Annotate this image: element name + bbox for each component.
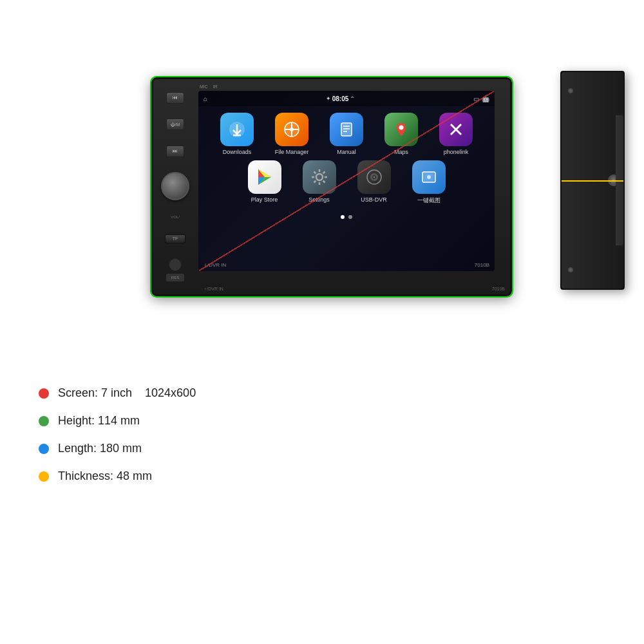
- playstore-svg: [254, 167, 275, 187]
- svg-point-10: [399, 126, 404, 130]
- bottom-dvr-label: ♀/DVR IN: [204, 287, 223, 291]
- status-bar: ⌂ ✦ 08:05 ⌃ ▭ 🤖: [198, 91, 495, 106]
- status-right: ▭ 🤖: [473, 95, 489, 102]
- spec-row-height: Height: 114 mm: [39, 414, 605, 428]
- app-maps[interactable]: Maps: [379, 113, 424, 155]
- stereo-unit: MIC IR ⏮ ⏻/M ⏭ VOL/ TF RES: [151, 77, 512, 296]
- downloads-icon-img: [220, 113, 254, 146]
- pagination-dots: [198, 215, 495, 219]
- manual-label: Manual: [337, 149, 356, 155]
- spec-text-length: Length: 180 mm: [58, 442, 142, 455]
- filemanager-svg: [283, 120, 301, 138]
- model-label: 7010B: [475, 262, 489, 268]
- window-icon: ▭: [473, 95, 479, 102]
- stereo-bottom-label: ♀/DVR IN 7010B: [198, 287, 510, 291]
- dot-2: [348, 215, 352, 219]
- spec-dot-length: [39, 444, 49, 454]
- bottom-model: 7010B: [492, 287, 505, 291]
- prev-button[interactable]: ⏮: [166, 92, 184, 104]
- main-container: MIC IR ⏮ ⏻/M ⏭ VOL/ TF RES: [0, 0, 644, 644]
- maps-icon-img: [384, 113, 418, 146]
- app-playstore[interactable]: Play Store: [242, 160, 287, 205]
- svg-rect-6: [341, 123, 352, 136]
- manual-icon-img: [330, 113, 363, 146]
- app-row-1: Downloads File Mana: [208, 113, 485, 155]
- dot-1: [341, 215, 345, 219]
- left-panel: ⏮ ⏻/M ⏭ VOL/ TF RES: [153, 79, 197, 294]
- app-filemanager[interactable]: File Manager: [269, 113, 314, 155]
- res-button[interactable]: RES: [166, 274, 184, 281]
- screenshot-label: 一键截图: [417, 196, 440, 205]
- spec-dot-thickness: [39, 471, 49, 482]
- app-downloads[interactable]: Downloads: [214, 113, 260, 155]
- app-usbdvr[interactable]: USB-DVR: [352, 160, 397, 205]
- app-settings[interactable]: Settings: [297, 160, 342, 205]
- spec-text-height: Height: 114 mm: [58, 414, 140, 428]
- device-section: MIC IR ⏮ ⏻/M ⏭ VOL/ TF RES: [0, 0, 644, 374]
- spec-dot-screen: [39, 388, 49, 399]
- maps-svg: [392, 120, 410, 138]
- tf-slot: TF: [165, 234, 185, 243]
- playstore-label: Play Store: [251, 196, 278, 203]
- mic-ir-label: MIC IR: [200, 84, 218, 89]
- phonelink-svg: [447, 120, 465, 138]
- app-screenshot[interactable]: 一键截图: [406, 160, 451, 205]
- screen-bottom: ♀/DVR IN 7010B: [198, 262, 495, 268]
- screw-bottom: [568, 267, 573, 272]
- specs-section: Screen: 7 inch 1024x600 Height: 114 mm L…: [0, 374, 644, 496]
- side-unit: [560, 71, 625, 290]
- spec-text-screen: Screen: 7 inch 1024x600: [58, 386, 196, 400]
- vol-label: VOL/: [171, 215, 180, 219]
- svg-point-24: [427, 175, 431, 179]
- chevron-up-icon: ⌃: [350, 95, 355, 102]
- volume-knob[interactable]: [161, 172, 189, 200]
- ir-label: IR: [213, 84, 218, 89]
- bluetooth-icon: ✦: [326, 95, 331, 102]
- spec-row-thickness: Thickness: 48 mm: [39, 469, 605, 483]
- mic-label: MIC: [200, 84, 208, 89]
- next-button[interactable]: ⏭: [166, 146, 184, 157]
- spec-row-screen: Screen: 7 inch 1024x600: [39, 386, 605, 400]
- downloads-label: Downloads: [223, 149, 252, 155]
- usbdvr-label: USB-DVR: [361, 196, 387, 203]
- spec-text-thickness: Thickness: 48 mm: [58, 469, 152, 483]
- status-left: ⌂: [204, 95, 207, 102]
- side-view: [560, 71, 625, 290]
- svg-point-5: [290, 128, 294, 131]
- app-manual[interactable]: Manual: [324, 113, 369, 155]
- play-mode-button[interactable]: ⏻/M: [166, 118, 184, 130]
- app-row-2: Play Store Settings: [208, 160, 485, 205]
- home-icon: ⌂: [204, 95, 207, 102]
- playstore-icon-img: [248, 160, 281, 194]
- settings-icon-img: [303, 160, 336, 194]
- downloads-svg: [228, 120, 246, 138]
- spec-dot-height: [39, 416, 49, 426]
- usbdvr-svg: [365, 168, 383, 186]
- phonelink-label: phonelink: [444, 149, 469, 155]
- app-grid: Downloads File Mana: [198, 106, 495, 211]
- phonelink-icon-img: [439, 113, 473, 146]
- app-phonelink[interactable]: phonelink: [433, 113, 478, 155]
- time-display: 08:05: [332, 95, 349, 102]
- filemanager-label: File Manager: [275, 149, 309, 155]
- settings-label: Settings: [308, 196, 330, 203]
- aux-port: [169, 258, 182, 271]
- usbdvr-icon-img: [357, 160, 391, 194]
- filemanager-icon-img: [275, 113, 308, 146]
- manual-svg: [337, 120, 355, 138]
- svg-point-21: [374, 176, 375, 178]
- spec-row-length: Length: 180 mm: [39, 442, 605, 455]
- dvr-in-label: ♀/DVR IN: [204, 262, 226, 268]
- screw-top: [568, 88, 573, 93]
- status-center: ✦ 08:05 ⌃: [326, 95, 355, 102]
- screenshot-svg: [420, 168, 438, 186]
- android-icon: 🤖: [482, 95, 489, 102]
- screen: ⌂ ✦ 08:05 ⌃ ▭ 🤖: [198, 91, 495, 271]
- svg-point-17: [316, 174, 323, 180]
- screenshot-icon-img: [412, 160, 446, 194]
- settings-svg: [310, 168, 328, 186]
- maps-label: Maps: [394, 149, 408, 155]
- connector-area: [616, 115, 623, 245]
